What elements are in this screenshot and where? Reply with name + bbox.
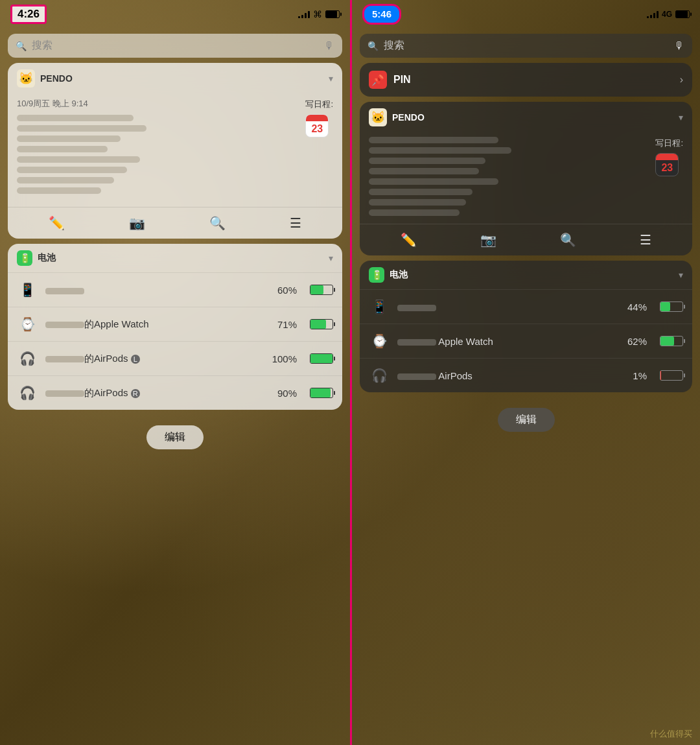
- right-battery-airpods: 🎧 AirPods 1%: [360, 358, 692, 392]
- iphone-icon: 📱: [17, 279, 38, 300]
- right-search-placeholder: 搜索: [384, 39, 669, 53]
- right-watch-pct: 62%: [627, 336, 647, 347]
- left-pendo-actions: ✏️ 📷 🔍 ☰: [8, 207, 342, 239]
- right-iphone-pct: 44%: [627, 302, 647, 313]
- right-pencil-icon[interactable]: ✏️: [401, 232, 417, 248]
- right-status-bar: 5:46 4G: [352, 0, 700, 29]
- right-search-bar[interactable]: 🔍 搜索 🎙: [360, 34, 692, 58]
- right-blurred-lines: [369, 137, 648, 216]
- left-status-bar: 4:26 ⌘: [0, 0, 350, 29]
- right-search-action-icon[interactable]: 🔍: [560, 232, 576, 248]
- watch-pct: 71%: [277, 319, 297, 330]
- watch-icon: ⌚: [17, 314, 38, 335]
- right-airpods-icon: 🎧: [369, 365, 390, 386]
- wifi-icon: ⌘: [313, 9, 322, 19]
- left-pendo-content: 10/9周五 晚上 9:14 写日程:: [8, 94, 342, 207]
- pin-row[interactable]: 📌 PIN ›: [360, 63, 692, 97]
- right-schedule-label: 写日程:: [655, 138, 683, 148]
- right-pendo-actions: ✏️ 📷 🔍 ☰: [360, 224, 692, 255]
- left-time-box: 4:26: [10, 5, 47, 24]
- battery-green-icon: 🔋: [17, 250, 32, 266]
- right-calendar-icon: 23: [655, 153, 679, 176]
- left-pendo-header: 🐱 PENDO ▾: [8, 63, 342, 94]
- battery-item-watch: ⌚ 的Apple Watch 71%: [8, 307, 342, 341]
- pin-icon: 📌: [369, 71, 387, 89]
- right-battery-widget: 🔋 电池 ▾ 📱 44% ⌚ Apple Watch 62% 🎧 AirPods: [360, 261, 692, 392]
- battery-icon: [325, 10, 340, 18]
- right-watch-name-blur: [397, 339, 436, 346]
- airpods-r-battery-bar: [310, 388, 333, 398]
- pin-label: PIN: [393, 74, 673, 86]
- right-airpods-name-blur: [397, 373, 436, 380]
- search-icon: 🔍: [16, 41, 27, 51]
- signal-bars-icon: [298, 10, 310, 18]
- left-status-icons: ⌘: [298, 9, 340, 19]
- right-time-box: 5:46: [362, 4, 401, 25]
- search-action-icon[interactable]: 🔍: [209, 215, 226, 231]
- left-battery-header: 🔋 电池 ▾: [8, 244, 342, 272]
- airpods-l-battery-bar: [310, 353, 333, 364]
- battery-chevron-down[interactable]: ▾: [329, 253, 333, 263]
- right-pin-widget[interactable]: 📌 PIN ›: [360, 63, 692, 97]
- right-pendo-lines: [369, 137, 648, 216]
- right-iphone-name-blur: [397, 305, 436, 311]
- chevron-down-icon[interactable]: ▾: [329, 73, 333, 84]
- iphone-battery-bar: [310, 285, 333, 295]
- left-battery-title: 电池: [38, 252, 323, 264]
- pendo-app-icon: 🐱: [17, 69, 35, 88]
- right-edit-button[interactable]: 编辑: [498, 408, 555, 432]
- right-battery-iphone: 📱 44%: [360, 289, 692, 324]
- right-chevron-down-icon[interactable]: ▾: [679, 112, 683, 123]
- right-edit-container: 编辑: [352, 397, 700, 445]
- right-pendo-schedule: 写日程: 23: [655, 137, 683, 176]
- calendar-icon: 23: [305, 114, 329, 137]
- right-watch-battery-bar: [660, 336, 683, 346]
- pendo-date: 10/9周五 晚上 9:14: [17, 98, 146, 110]
- right-battery-icon: [675, 10, 690, 18]
- airpods-l-name-blur: [45, 356, 84, 362]
- right-signal-bars-icon: [647, 10, 659, 18]
- right-pendo-content: 写日程: 23: [360, 133, 692, 224]
- left-pendo-widget: 🐱 PENDO ▾ 10/9周五 晚上 9:14: [8, 63, 342, 239]
- iphone-name-blur: [45, 288, 84, 294]
- airpods-r-icon: 🎧: [17, 383, 38, 403]
- right-battery-title: 电池: [390, 269, 673, 281]
- left-search-bar[interactable]: 🔍 搜索 🎙: [8, 34, 342, 58]
- network-type-label: 4G: [662, 10, 672, 19]
- right-battery-chevron[interactable]: ▾: [679, 270, 683, 280]
- right-pendo-app-icon: 🐱: [369, 108, 387, 126]
- pendo-schedule-label: 写日程:: [305, 99, 333, 109]
- right-iphone-icon: 📱: [369, 296, 390, 317]
- right-status-icons: 4G: [647, 10, 690, 19]
- left-time: 4:26: [18, 8, 40, 20]
- watch-name-blur: [45, 322, 84, 328]
- airpods-l-pct: 100%: [272, 353, 297, 364]
- left-search-placeholder: 搜索: [32, 39, 319, 53]
- right-panel: 5:46 4G 🔍 搜索 🎙 📌 PIN › 🐱 PENDO ▾: [350, 0, 700, 745]
- airpods-r-pct: 90%: [277, 388, 297, 399]
- right-list-icon[interactable]: ☰: [640, 232, 651, 248]
- right-iphone-battery-bar: [660, 302, 683, 312]
- battery-item-airpods-r: 🎧 的AirPods R 90%: [8, 375, 342, 410]
- right-camera-icon[interactable]: 📷: [480, 232, 496, 248]
- left-edit-button[interactable]: 编辑: [146, 425, 204, 449]
- list-icon[interactable]: ☰: [290, 215, 301, 231]
- left-pendo-name: PENDO: [40, 73, 323, 84]
- left-edit-container: 编辑: [0, 415, 350, 462]
- pendo-blurred-lines: [17, 115, 146, 194]
- pencil-icon[interactable]: ✏️: [49, 215, 65, 231]
- right-battery-header: 🔋 电池 ▾: [360, 261, 692, 289]
- right-search-icon: 🔍: [368, 41, 379, 51]
- watch-battery-bar: [310, 319, 333, 329]
- right-pendo-header: 🐱 PENDO ▾: [360, 102, 692, 133]
- right-pendo-name: PENDO: [392, 112, 673, 123]
- watermark: 什么值得买: [650, 728, 692, 740]
- right-airpods-pct: 1%: [633, 370, 647, 381]
- pin-chevron-right-icon[interactable]: ›: [680, 74, 683, 86]
- left-battery-widget: 🔋 电池 ▾ 📱 60% ⌚ 的Apple Watch 71% 🎧 的AirPo…: [8, 244, 342, 410]
- airpods-l-icon: 🎧: [17, 348, 38, 369]
- battery-item-iphone: 📱 60%: [8, 272, 342, 307]
- right-battery-watch: ⌚ Apple Watch 62%: [360, 324, 692, 358]
- camera-icon[interactable]: 📷: [129, 215, 145, 231]
- airpods-r-name-blur: [45, 390, 84, 397]
